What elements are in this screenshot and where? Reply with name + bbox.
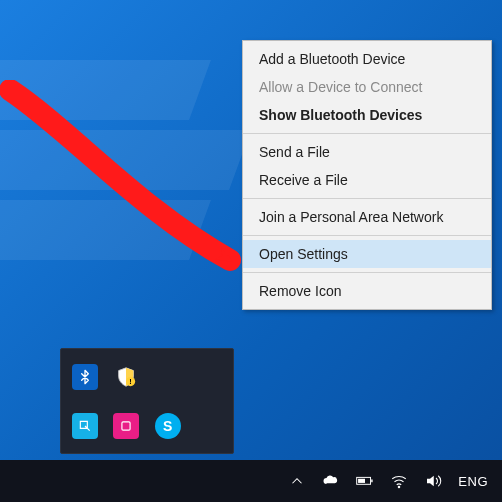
battery-icon[interactable] <box>356 472 374 490</box>
menu-separator <box>243 198 491 199</box>
tray-app-icon-2[interactable] <box>109 404 145 447</box>
menu-item-show-devices[interactable]: Show Bluetooth Devices <box>243 101 491 129</box>
menu-item-send-file[interactable]: Send a File <box>243 138 491 166</box>
menu-item-open-settings[interactable]: Open Settings <box>243 240 491 268</box>
wifi-icon[interactable] <box>390 472 408 490</box>
tray-security-icon[interactable]: ! <box>109 355 145 398</box>
decorative-beam <box>0 130 251 190</box>
decorative-beam <box>0 200 211 260</box>
menu-item-receive-file[interactable]: Receive a File <box>243 166 491 194</box>
svg-point-6 <box>399 486 401 488</box>
svg-rect-4 <box>372 480 373 483</box>
menu-separator <box>243 133 491 134</box>
menu-separator <box>243 235 491 236</box>
decorative-beam <box>0 60 211 120</box>
tray-bluetooth-icon[interactable] <box>67 355 103 398</box>
menu-item-add-device[interactable]: Add a Bluetooth Device <box>243 45 491 73</box>
menu-item-remove-icon[interactable]: Remove Icon <box>243 277 491 305</box>
svg-rect-5 <box>358 479 365 483</box>
menu-separator <box>243 272 491 273</box>
onedrive-icon[interactable] <box>322 472 340 490</box>
taskbar: ENG <box>0 460 502 502</box>
taskbar-tray: ENG <box>274 472 502 490</box>
svg-text:!: ! <box>130 377 132 386</box>
bluetooth-context-menu: Add a Bluetooth Device Allow a Device to… <box>242 40 492 310</box>
language-indicator[interactable]: ENG <box>458 474 488 489</box>
menu-item-allow-connect: Allow a Device to Connect <box>243 73 491 101</box>
tray-skype-icon[interactable]: S <box>150 404 186 447</box>
tray-overflow-chevron-icon[interactable] <box>288 472 306 490</box>
volume-icon[interactable] <box>424 472 442 490</box>
tray-app-icon-1[interactable] <box>67 404 103 447</box>
desktop-background: Add a Bluetooth Device Allow a Device to… <box>0 0 502 502</box>
system-tray-overflow: ! S <box>60 348 234 454</box>
svg-rect-2 <box>122 421 130 429</box>
menu-item-join-pan[interactable]: Join a Personal Area Network <box>243 203 491 231</box>
